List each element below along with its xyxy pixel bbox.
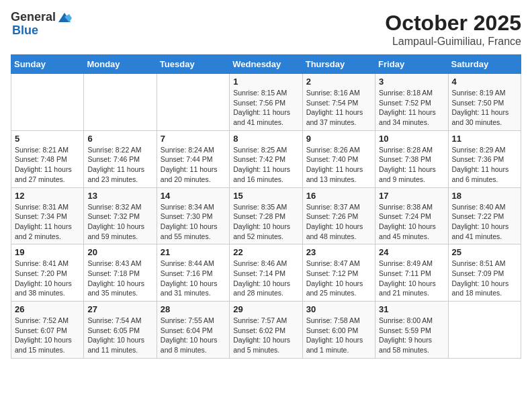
logo: General Blue (11, 11, 72, 38)
day-info: Sunrise: 8:26 AM Sunset: 7:40 PM Dayligh… (306, 145, 371, 185)
day-info: Sunrise: 8:18 AM Sunset: 7:52 PM Dayligh… (379, 88, 444, 128)
calendar-subtitle: Lampaul-Guimiliau, France (385, 36, 521, 48)
day-number: 31 (379, 304, 444, 314)
day-number: 24 (379, 247, 444, 257)
day-info: Sunrise: 8:37 AM Sunset: 7:26 PM Dayligh… (306, 202, 371, 242)
calendar-cell: 14Sunrise: 8:34 AM Sunset: 7:30 PM Dayli… (157, 187, 229, 244)
calendar-week-4: 19Sunrise: 8:41 AM Sunset: 7:20 PM Dayli… (11, 244, 521, 302)
logo-blue-text: Blue (12, 24, 72, 38)
day-number: 2 (306, 77, 371, 87)
day-info: Sunrise: 8:43 AM Sunset: 7:18 PM Dayligh… (87, 259, 152, 298)
weekday-header-sunday: Sunday (11, 55, 84, 74)
day-info: Sunrise: 8:34 AM Sunset: 7:30 PM Dayligh… (161, 202, 226, 242)
calendar-week-5: 26Sunrise: 7:52 AM Sunset: 6:07 PM Dayli… (11, 302, 521, 359)
day-info: Sunrise: 8:19 AM Sunset: 7:50 PM Dayligh… (452, 88, 517, 128)
calendar-cell: 24Sunrise: 8:49 AM Sunset: 7:11 PM Dayli… (375, 244, 448, 302)
calendar-cell: 17Sunrise: 8:38 AM Sunset: 7:24 PM Dayli… (375, 187, 448, 244)
day-info: Sunrise: 7:55 AM Sunset: 6:04 PM Dayligh… (161, 316, 226, 355)
calendar-cell: 16Sunrise: 8:37 AM Sunset: 7:26 PM Dayli… (302, 187, 375, 244)
calendar-cell: 5Sunrise: 8:21 AM Sunset: 7:48 PM Daylig… (11, 130, 84, 187)
day-info: Sunrise: 7:58 AM Sunset: 6:00 PM Dayligh… (306, 316, 371, 355)
calendar-cell: 15Sunrise: 8:35 AM Sunset: 7:28 PM Dayli… (230, 187, 302, 244)
day-info: Sunrise: 8:40 AM Sunset: 7:22 PM Dayligh… (452, 202, 517, 242)
calendar-cell: 4Sunrise: 8:19 AM Sunset: 7:50 PM Daylig… (448, 74, 521, 131)
day-info: Sunrise: 8:28 AM Sunset: 7:38 PM Dayligh… (379, 145, 444, 185)
calendar-cell: 13Sunrise: 8:32 AM Sunset: 7:32 PM Dayli… (84, 187, 157, 244)
calendar-cell: 18Sunrise: 8:40 AM Sunset: 7:22 PM Dayli… (448, 187, 521, 244)
weekday-header-tuesday: Tuesday (157, 55, 229, 74)
weekday-header-row: SundayMondayTuesdayWednesdayThursdayFrid… (11, 55, 521, 74)
calendar-cell: 3Sunrise: 8:18 AM Sunset: 7:52 PM Daylig… (375, 74, 448, 131)
day-info: Sunrise: 8:44 AM Sunset: 7:16 PM Dayligh… (161, 259, 226, 298)
calendar-cell: 19Sunrise: 8:41 AM Sunset: 7:20 PM Dayli… (11, 244, 84, 302)
weekday-header-thursday: Thursday (302, 55, 375, 74)
calendar-week-2: 5Sunrise: 8:21 AM Sunset: 7:48 PM Daylig… (11, 130, 521, 187)
day-info: Sunrise: 7:54 AM Sunset: 6:05 PM Dayligh… (87, 316, 152, 355)
day-number: 23 (306, 247, 371, 257)
day-info: Sunrise: 8:21 AM Sunset: 7:48 PM Dayligh… (15, 145, 80, 185)
calendar-cell: 31Sunrise: 8:00 AM Sunset: 5:59 PM Dayli… (375, 302, 448, 359)
calendar-cell: 2Sunrise: 8:16 AM Sunset: 7:54 PM Daylig… (302, 74, 375, 131)
day-number: 19 (15, 247, 80, 257)
day-info: Sunrise: 8:29 AM Sunset: 7:36 PM Dayligh… (452, 145, 517, 185)
weekday-header-saturday: Saturday (448, 55, 521, 74)
calendar-cell (84, 74, 157, 131)
day-number: 12 (15, 191, 80, 201)
calendar-cell: 22Sunrise: 8:46 AM Sunset: 7:14 PM Dayli… (230, 244, 302, 302)
day-number: 15 (233, 191, 298, 201)
day-number: 22 (233, 247, 298, 257)
day-number: 5 (15, 134, 80, 144)
calendar-cell: 1Sunrise: 8:15 AM Sunset: 7:56 PM Daylig… (230, 74, 302, 131)
day-info: Sunrise: 8:24 AM Sunset: 7:44 PM Dayligh… (161, 145, 226, 185)
day-info: Sunrise: 8:41 AM Sunset: 7:20 PM Dayligh… (15, 259, 80, 298)
calendar-cell: 25Sunrise: 8:51 AM Sunset: 7:09 PM Dayli… (448, 244, 521, 302)
calendar-week-1: 1Sunrise: 8:15 AM Sunset: 7:56 PM Daylig… (11, 74, 521, 131)
day-number: 6 (87, 134, 152, 144)
calendar-week-3: 12Sunrise: 8:31 AM Sunset: 7:34 PM Dayli… (11, 187, 521, 244)
day-info: Sunrise: 8:47 AM Sunset: 7:12 PM Dayligh… (306, 259, 371, 298)
day-number: 9 (306, 134, 371, 144)
weekday-header-wednesday: Wednesday (230, 55, 302, 74)
day-number: 13 (87, 191, 152, 201)
day-number: 26 (15, 304, 80, 314)
day-number: 29 (233, 304, 298, 314)
page-header: General Blue October 2025 Lampaul-Guimil… (11, 11, 521, 48)
calendar-cell: 12Sunrise: 8:31 AM Sunset: 7:34 PM Dayli… (11, 187, 84, 244)
day-number: 14 (161, 191, 226, 201)
calendar-cell: 9Sunrise: 8:26 AM Sunset: 7:40 PM Daylig… (302, 130, 375, 187)
day-info: Sunrise: 8:35 AM Sunset: 7:28 PM Dayligh… (233, 202, 298, 242)
day-number: 1 (233, 77, 298, 87)
day-number: 8 (233, 134, 298, 144)
calendar-cell: 30Sunrise: 7:58 AM Sunset: 6:00 PM Dayli… (302, 302, 375, 359)
calendar-cell: 6Sunrise: 8:22 AM Sunset: 7:46 PM Daylig… (84, 130, 157, 187)
day-info: Sunrise: 8:46 AM Sunset: 7:14 PM Dayligh… (233, 259, 298, 298)
day-number: 4 (452, 77, 517, 87)
day-info: Sunrise: 8:32 AM Sunset: 7:32 PM Dayligh… (87, 202, 152, 242)
calendar-table: SundayMondayTuesdayWednesdayThursdayFrid… (11, 54, 521, 359)
calendar-cell (448, 302, 521, 359)
day-info: Sunrise: 8:51 AM Sunset: 7:09 PM Dayligh… (452, 259, 517, 298)
calendar-cell: 10Sunrise: 8:28 AM Sunset: 7:38 PM Dayli… (375, 130, 448, 187)
title-block: October 2025 Lampaul-Guimiliau, France (385, 11, 521, 48)
calendar-cell (157, 74, 229, 131)
weekday-header-monday: Monday (84, 55, 157, 74)
day-info: Sunrise: 8:31 AM Sunset: 7:34 PM Dayligh… (15, 202, 80, 242)
day-number: 20 (87, 247, 152, 257)
weekday-header-friday: Friday (375, 55, 448, 74)
calendar-cell: 8Sunrise: 8:25 AM Sunset: 7:42 PM Daylig… (230, 130, 302, 187)
calendar-cell: 23Sunrise: 8:47 AM Sunset: 7:12 PM Dayli… (302, 244, 375, 302)
day-info: Sunrise: 7:52 AM Sunset: 6:07 PM Dayligh… (15, 316, 80, 355)
day-info: Sunrise: 8:25 AM Sunset: 7:42 PM Dayligh… (233, 145, 298, 185)
day-info: Sunrise: 8:16 AM Sunset: 7:54 PM Dayligh… (306, 88, 371, 128)
day-number: 27 (87, 304, 152, 314)
calendar-cell: 28Sunrise: 7:55 AM Sunset: 6:04 PM Dayli… (157, 302, 229, 359)
day-number: 21 (161, 247, 226, 257)
day-number: 3 (379, 77, 444, 87)
calendar-cell: 27Sunrise: 7:54 AM Sunset: 6:05 PM Dayli… (84, 302, 157, 359)
day-info: Sunrise: 8:38 AM Sunset: 7:24 PM Dayligh… (379, 202, 444, 242)
calendar-cell: 29Sunrise: 7:57 AM Sunset: 6:02 PM Dayli… (230, 302, 302, 359)
day-number: 30 (306, 304, 371, 314)
calendar-cell: 7Sunrise: 8:24 AM Sunset: 7:44 PM Daylig… (157, 130, 229, 187)
day-info: Sunrise: 8:15 AM Sunset: 7:56 PM Dayligh… (233, 88, 298, 128)
day-number: 16 (306, 191, 371, 201)
